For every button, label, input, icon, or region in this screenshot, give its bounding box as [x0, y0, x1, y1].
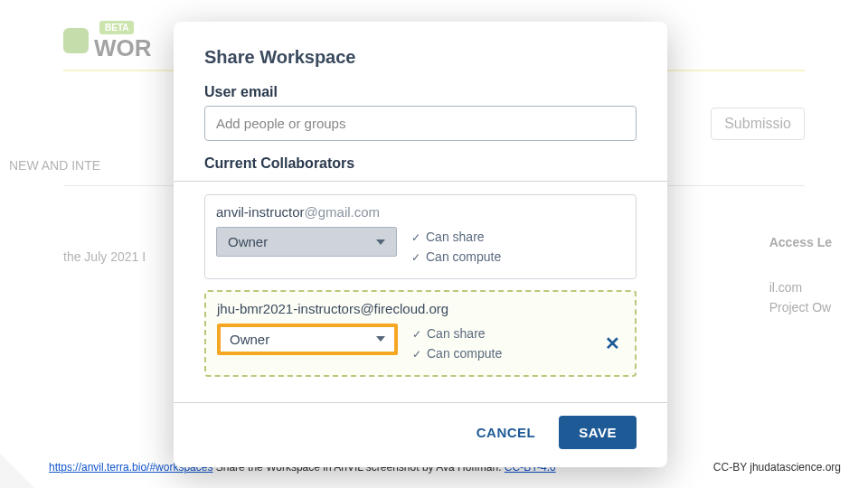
access-level-header: Access Le: [769, 235, 832, 249]
corner-decoration: [0, 448, 40, 488]
permissions-list: Can share Can compute: [412, 324, 502, 364]
attribution-text: CC-BY jhudatascience.org: [713, 461, 841, 474]
permission-can-compute: Can compute: [412, 343, 502, 363]
permission-can-compute: Can compute: [411, 247, 501, 267]
submission-dropdown[interactable]: Submissio: [711, 108, 805, 140]
collaborator-card-pending: jhu-bmr2021-instructors@firecloud.org Ow…: [204, 290, 637, 377]
page-title-fragment: WOR: [94, 34, 152, 62]
collaborator-email: anvil-instructor@gmail.com: [216, 204, 625, 220]
collaborator-card: anvil-instructor@gmail.com Owner Can sha…: [204, 194, 637, 279]
beta-badge: BETA: [99, 21, 134, 34]
cancel-button[interactable]: CANCEL: [471, 416, 542, 449]
permission-can-share: Can share: [412, 324, 502, 343]
role-dropdown-highlighted[interactable]: Owner: [217, 324, 398, 355]
save-button[interactable]: SAVE: [559, 416, 637, 449]
collaborator-email: jhu-bmr2021-instructors@firecloud.org: [217, 301, 624, 316]
chevron-down-icon: [376, 336, 385, 342]
current-collaborators-label: Current Collaborators: [204, 155, 637, 172]
remove-collaborator-button[interactable]: ✕: [601, 333, 624, 354]
collaborator-email-fragment: il.com: [769, 280, 832, 295]
app-logo: [63, 28, 89, 53]
permission-can-share: Can share: [411, 227, 501, 247]
modal-title: Share Workspace: [204, 47, 637, 68]
chevron-down-icon: [376, 239, 385, 245]
permissions-list: Can share Can compute: [411, 227, 501, 267]
user-email-label: User email: [204, 84, 637, 100]
user-email-input[interactable]: [204, 106, 637, 141]
role-dropdown[interactable]: Owner: [216, 227, 397, 257]
share-workspace-modal: Share Workspace User email Current Colla…: [174, 22, 667, 467]
collaborator-role-fragment: Project Ow: [769, 300, 832, 314]
